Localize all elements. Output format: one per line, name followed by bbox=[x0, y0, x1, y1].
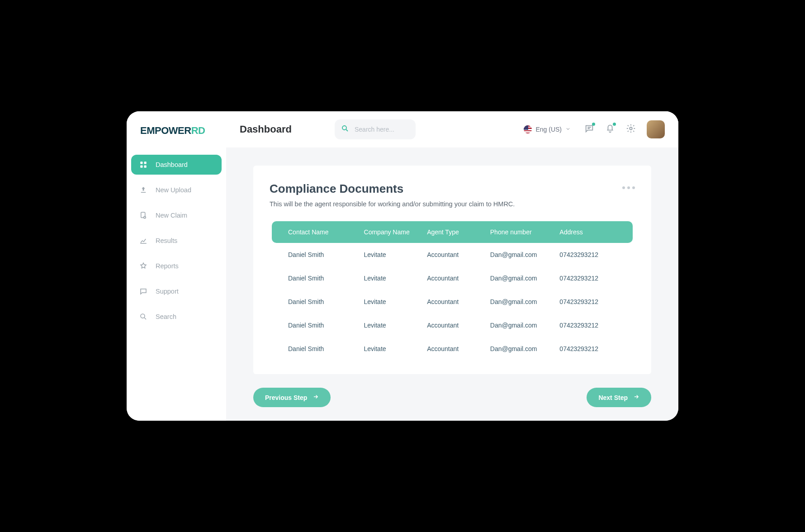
star-icon bbox=[139, 262, 147, 270]
cell-phone: Dan@gmail.com bbox=[490, 275, 560, 282]
notification-dot bbox=[613, 123, 616, 126]
topbar-icons bbox=[584, 120, 665, 138]
compliance-card: Compliance Documents This will be the ag… bbox=[253, 166, 651, 374]
cell-contact: Daniel Smith bbox=[288, 322, 364, 329]
table-header: Contact Name Company Name Agent Type Pho… bbox=[272, 221, 633, 243]
notification-dot bbox=[592, 123, 595, 126]
content: Compliance Documents This will be the ag… bbox=[226, 147, 678, 421]
col-address: Address bbox=[559, 228, 616, 236]
cell-contact: Daniel Smith bbox=[288, 275, 364, 282]
svg-point-8 bbox=[630, 127, 632, 130]
language-label: Eng (US) bbox=[535, 126, 562, 133]
table-row[interactable]: Daniel Smith Levitate Accountant Dan@gma… bbox=[272, 314, 633, 337]
flag-us-icon bbox=[524, 125, 532, 133]
col-contact-name: Contact Name bbox=[288, 228, 364, 236]
col-company-name: Company Name bbox=[364, 228, 427, 236]
cell-address: 07423293212 bbox=[559, 345, 616, 352]
nav-label: Search bbox=[156, 313, 176, 320]
svg-rect-1 bbox=[144, 162, 147, 164]
cell-address: 07423293212 bbox=[559, 298, 616, 305]
next-step-button[interactable]: Next Step bbox=[587, 388, 651, 407]
next-label: Next Step bbox=[598, 394, 628, 401]
cell-contact: Daniel Smith bbox=[288, 251, 364, 258]
cell-company: Levitate bbox=[364, 298, 427, 305]
search-wrap bbox=[335, 119, 416, 139]
arrow-right-icon bbox=[313, 394, 319, 401]
cell-type: Accountant bbox=[427, 345, 490, 352]
nav-label: New Claim bbox=[156, 212, 187, 219]
cell-address: 07423293212 bbox=[559, 275, 616, 282]
cell-phone: Dan@gmail.com bbox=[490, 251, 560, 258]
nav-item-support[interactable]: Support bbox=[131, 281, 222, 301]
svg-rect-0 bbox=[140, 162, 142, 164]
table-row[interactable]: Daniel Smith Levitate Accountant Dan@gma… bbox=[272, 337, 633, 361]
table-row[interactable]: Daniel Smith Levitate Accountant Dan@gma… bbox=[272, 243, 633, 266]
app-window: EMPOWERRD Dashboard New Upload New Cl bbox=[127, 111, 678, 421]
nav-label: Reports bbox=[156, 262, 179, 270]
cell-type: Accountant bbox=[427, 322, 490, 329]
nav-item-search[interactable]: Search bbox=[131, 307, 222, 327]
logo-rd: RD bbox=[191, 125, 205, 136]
col-phone-number: Phone number bbox=[490, 228, 560, 236]
arrow-right-icon bbox=[633, 394, 639, 401]
avatar[interactable] bbox=[647, 120, 665, 138]
nav-label: Results bbox=[156, 237, 177, 244]
logo: EMPOWERRD bbox=[131, 125, 222, 155]
language-selector[interactable]: Eng (US) bbox=[524, 125, 571, 133]
step-buttons: Previous Step Next Step bbox=[253, 388, 651, 407]
sidebar: EMPOWERRD Dashboard New Upload New Cl bbox=[127, 111, 226, 421]
cell-type: Accountant bbox=[427, 275, 490, 282]
table-row[interactable]: Daniel Smith Levitate Accountant Dan@gma… bbox=[272, 290, 633, 314]
card-subtitle: This will be the agent responsible for w… bbox=[270, 200, 635, 208]
nav-label: Support bbox=[156, 288, 179, 295]
nav-label: New Upload bbox=[156, 186, 191, 194]
upload-icon bbox=[139, 186, 147, 194]
chevron-down-icon bbox=[565, 126, 571, 133]
card-title: Compliance Documents bbox=[270, 182, 403, 196]
gear-icon[interactable] bbox=[626, 124, 636, 135]
previous-step-button[interactable]: Previous Step bbox=[253, 388, 331, 407]
messages-icon[interactable] bbox=[584, 124, 594, 135]
bell-icon[interactable] bbox=[605, 124, 615, 135]
nav-item-new-upload[interactable]: New Upload bbox=[131, 180, 222, 200]
cell-company: Levitate bbox=[364, 322, 427, 329]
cell-company: Levitate bbox=[364, 251, 427, 258]
table-row[interactable]: Daniel Smith Levitate Accountant Dan@gma… bbox=[272, 266, 633, 290]
document-plus-icon bbox=[139, 211, 147, 219]
nav-item-new-claim[interactable]: New Claim bbox=[131, 205, 222, 225]
svg-rect-2 bbox=[140, 166, 142, 168]
cell-phone: Dan@gmail.com bbox=[490, 345, 560, 352]
page-title: Dashboard bbox=[240, 124, 321, 135]
cell-phone: Dan@gmail.com bbox=[490, 298, 560, 305]
more-options-icon[interactable] bbox=[622, 182, 635, 189]
nav-item-dashboard[interactable]: Dashboard bbox=[131, 155, 222, 175]
cell-type: Accountant bbox=[427, 251, 490, 258]
chat-icon bbox=[139, 287, 147, 295]
col-agent-type: Agent Type bbox=[427, 228, 490, 236]
logo-empower: EMPOWER bbox=[140, 125, 191, 136]
search-icon bbox=[341, 124, 349, 134]
compliance-table: Contact Name Company Name Agent Type Pho… bbox=[272, 221, 633, 361]
cell-company: Levitate bbox=[364, 275, 427, 282]
prev-label: Previous Step bbox=[265, 394, 307, 401]
nav-item-reports[interactable]: Reports bbox=[131, 256, 222, 276]
topbar: Dashboard Eng (US) bbox=[226, 111, 678, 147]
svg-point-7 bbox=[342, 126, 346, 130]
nav-list: Dashboard New Upload New Claim Results bbox=[131, 155, 222, 327]
cell-contact: Daniel Smith bbox=[288, 298, 364, 305]
svg-rect-3 bbox=[144, 166, 147, 168]
cell-address: 07423293212 bbox=[559, 251, 616, 258]
cell-type: Accountant bbox=[427, 298, 490, 305]
main-area: Dashboard Eng (US) bbox=[226, 111, 678, 421]
nav-item-results[interactable]: Results bbox=[131, 231, 222, 251]
dashboard-icon bbox=[139, 161, 147, 169]
cell-phone: Dan@gmail.com bbox=[490, 322, 560, 329]
nav-label: Dashboard bbox=[156, 161, 188, 168]
chart-line-icon bbox=[139, 237, 147, 245]
cell-contact: Daniel Smith bbox=[288, 345, 364, 352]
cell-address: 07423293212 bbox=[559, 322, 616, 329]
search-icon bbox=[139, 313, 147, 321]
svg-point-6 bbox=[141, 314, 145, 318]
cell-company: Levitate bbox=[364, 345, 427, 352]
